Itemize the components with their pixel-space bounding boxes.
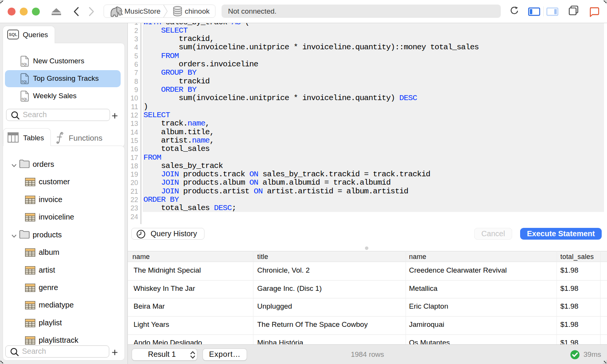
- svg-text:SQL: SQL: [22, 97, 28, 101]
- svg-text:SQL: SQL: [22, 63, 28, 66]
- svg-text:SQL: SQL: [22, 80, 28, 83]
